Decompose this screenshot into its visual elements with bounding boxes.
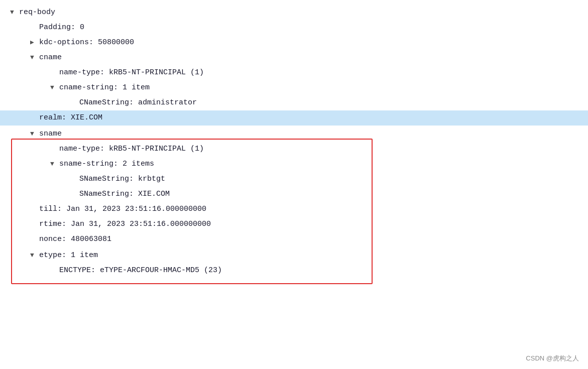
kdc-options-line: kdc-options: 50800000 bbox=[0, 35, 588, 50]
sname-string-val1-label: SNameString: krbtgt bbox=[79, 173, 165, 185]
req-body-line: req-body bbox=[0, 5, 588, 20]
sname-string-arrow[interactable] bbox=[50, 159, 59, 170]
cname-string-val-line: CNameString: administrator bbox=[0, 95, 588, 110]
sname-string-val1-line: SNameString: krbtgt bbox=[0, 172, 588, 187]
cname-string-label: cname-string: 1 item bbox=[59, 82, 150, 94]
sname-arrow[interactable] bbox=[30, 129, 39, 140]
etype-label: etype: 1 item bbox=[39, 250, 98, 262]
name-type-2-label: name-type: kRB5-NT-PRINCIPAL (1) bbox=[59, 143, 204, 155]
cname-string-val-label: CNameString: administrator bbox=[79, 97, 197, 109]
sname-string-val2-line: SNameString: XIE.COM bbox=[0, 187, 588, 202]
sname-label: sname bbox=[39, 128, 62, 140]
cname-string-arrow[interactable] bbox=[50, 83, 59, 93]
enctype-label: ENCTYPE: eTYPE-ARCFOUR-HMAC-MD5 (23) bbox=[59, 265, 222, 277]
enctype-line: ENCTYPE: eTYPE-ARCFOUR-HMAC-MD5 (23) bbox=[0, 263, 588, 278]
till-label: till: Jan 31, 2023 23:51:16.000000000 bbox=[39, 203, 206, 215]
rtime-line: rtime: Jan 31, 2023 23:51:16.000000000 bbox=[0, 217, 588, 232]
name-type-1-line: name-type: kRB5-NT-PRINCIPAL (1) bbox=[0, 65, 588, 80]
sname-line: sname bbox=[0, 127, 588, 142]
realm-line[interactable]: realm: XIE.COM bbox=[0, 110, 588, 126]
cname-string-line: cname-string: 1 item bbox=[0, 80, 588, 95]
req-body-label: req-body bbox=[19, 7, 55, 19]
req-body-arrow[interactable] bbox=[10, 8, 19, 18]
cname-label: cname bbox=[39, 52, 62, 64]
realm-label: realm: XIE.COM bbox=[39, 112, 102, 124]
till-line: till: Jan 31, 2023 23:51:16.000000000 bbox=[0, 202, 588, 217]
padding-line: Padding: 0 bbox=[0, 20, 588, 35]
cname-line: cname bbox=[0, 50, 588, 65]
tree-container: req-body Padding: 0 kdc-options: 5080000… bbox=[0, 0, 588, 369]
cname-arrow[interactable] bbox=[30, 53, 39, 63]
etype-line: etype: 1 item bbox=[0, 248, 588, 263]
name-type-1-label: name-type: kRB5-NT-PRINCIPAL (1) bbox=[59, 67, 204, 79]
padding-label: Padding: 0 bbox=[39, 22, 84, 34]
kdc-options-label: kdc-options: 50800000 bbox=[39, 37, 134, 49]
sname-string-label: sname-string: 2 items bbox=[59, 158, 154, 170]
name-type-2-line: name-type: kRB5-NT-PRINCIPAL (1) bbox=[0, 142, 588, 157]
nonce-line: nonce: 480063081 bbox=[0, 232, 588, 247]
nonce-label: nonce: 480063081 bbox=[39, 233, 111, 245]
rtime-label: rtime: Jan 31, 2023 23:51:16.000000000 bbox=[39, 218, 211, 230]
watermark: CSDN @虎构之人 bbox=[526, 354, 579, 363]
sname-string-val2-label: SNameString: XIE.COM bbox=[79, 188, 170, 200]
sname-string-line: sname-string: 2 items bbox=[0, 157, 588, 172]
etype-arrow[interactable] bbox=[30, 251, 39, 261]
kdc-options-arrow[interactable] bbox=[30, 38, 39, 48]
